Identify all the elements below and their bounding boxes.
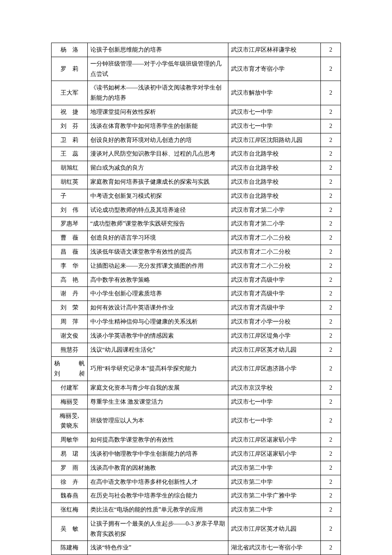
title-cell: 地理课堂提问有效性探析 <box>87 105 228 119</box>
author-cell: 杨 帆刘 昶 <box>52 357 88 381</box>
title-cell: 如何有效设计高中英语课外作业 <box>87 301 228 315</box>
score-cell: 2 <box>321 433 341 447</box>
school-cell: 武汉市江岸区谌家矶小学 <box>228 447 321 461</box>
table-row: 熊慧芬浅议“幼儿园课程生活化”武汉市江岸区英才幼儿园2 <box>52 343 341 357</box>
school-cell: 武汉市江岸区英才幼儿园 <box>228 517 321 541</box>
school-cell: 武汉市京汉学校 <box>228 381 321 395</box>
school-cell: 武汉市江岸区谌家矶小学 <box>228 433 321 447</box>
author-cell: 杨 洛 <box>52 43 88 57</box>
table-row: 昌 薇浅谈低年级语文课堂教学有效性的提高武汉市育才二小二分校2 <box>52 245 341 259</box>
school-cell: 武汉市第二中学 <box>228 461 321 475</box>
school-cell: 武汉市第二中学 <box>228 475 321 489</box>
author-cell: 罗 雨 <box>52 461 88 475</box>
score-cell: 2 <box>321 409 341 433</box>
title-cell: 让插图动起来——充分发挥课文插图的作用 <box>87 259 228 273</box>
author-cell: 谢 丹 <box>52 287 88 301</box>
title-cell: 创设良好的教育环境对幼儿创造力的培 <box>87 133 228 147</box>
school-cell: 武汉市解放中学 <box>228 81 321 105</box>
score-cell: 2 <box>321 447 341 461</box>
table-row: 罗 莉一分钟班级管理——对于小学低年级班级管理的几点尝试武汉市育才寄宿小学2 <box>52 57 341 81</box>
table-row: 陈建梅浅谈“特色作业”湖北省武汉市七一寄宿小学2 <box>52 541 341 555</box>
author-cell: 梅丽旻 <box>52 395 88 409</box>
title-cell: 尊重学生主体 激发课堂活力 <box>87 395 228 409</box>
score-cell: 2 <box>321 273 341 287</box>
title-cell: 《读书如树木——浅谈初中语文阅读教学对学生创新能力的培养 <box>87 81 228 105</box>
author-cell: 高 艳 <box>52 273 88 287</box>
score-cell: 2 <box>321 381 341 395</box>
score-cell: 2 <box>321 287 341 301</box>
score-cell: 2 <box>321 461 341 475</box>
score-cell: 2 <box>321 133 341 147</box>
author-cell: 谢文俊 <box>52 329 88 343</box>
score-cell: 2 <box>321 315 341 329</box>
table-row: 卫 莉创设良好的教育环境对幼儿创造力的培武汉市江岸区沈阳路幼儿园2 <box>52 133 341 147</box>
score-cell: 2 <box>321 329 341 343</box>
score-cell: 2 <box>321 395 341 409</box>
title-cell: 家庭教育如何培养孩子健康成长的探索与实践 <box>87 175 228 189</box>
table-row: 李 华让插图动起来——充分发挥课文插图的作用武汉市育才二小二分校2 <box>52 259 341 273</box>
title-cell: 创造良好的语言学习环境 <box>87 231 228 245</box>
author-cell: 梅丽旻,黄晓东 <box>52 409 88 433</box>
score-cell: 2 <box>321 343 341 357</box>
author-cell: 周 萍 <box>52 315 88 329</box>
school-cell: 武汉市育才第二小学 <box>228 217 321 231</box>
author-cell: 胡旭红 <box>52 161 88 175</box>
title-cell: 高中数学有效教学策略 <box>87 273 228 287</box>
school-cell: 武汉市育才小学一分校 <box>228 315 321 329</box>
school-cell: 武汉市育才二小二分校 <box>228 231 321 245</box>
school-cell: 武汉市江岸区惠济路小学 <box>228 357 321 381</box>
table-row: 胡红英家庭教育如何培养孩子健康成长的探索与实践武汉市台北路学校2 <box>52 175 341 189</box>
title-cell: 在历史与社会教学中培养学生的综合能力 <box>87 489 228 503</box>
score-cell: 2 <box>321 119 341 133</box>
table-row: 罗 雨浅谈高中教育的因材施教武汉市第二中学2 <box>52 461 341 475</box>
school-cell: 武汉市台北路学校 <box>228 147 321 161</box>
author-cell: 吴 敏 <box>52 517 88 541</box>
school-cell: 武汉市育才二小二分校 <box>228 245 321 259</box>
author-cell: 刘 芬 <box>52 119 88 133</box>
table-row: 祝 捷地理课堂提问有效性探析武汉市七一中学2 <box>52 105 341 119</box>
author-cell: 易 珺 <box>52 447 88 461</box>
author-cell: 刘 伟 <box>52 203 88 217</box>
table-row: 付建军家庭文化资本与青少年自我的发展武汉市京汉学校2 <box>52 381 341 395</box>
title-cell: 家庭文化资本与青少年自我的发展 <box>87 381 228 395</box>
table-row: 罗惠琴“成功型教师”课堂教学实践研究报告武汉市育才第二小学2 <box>52 217 341 231</box>
table-row: 刘 芬浅谈在体育教学中如何培养学生的创新能武汉市七一中学2 <box>52 119 341 133</box>
score-cell: 2 <box>321 57 341 81</box>
school-cell: 武汉市台北路学校 <box>228 161 321 175</box>
author-cell: 徐 卉 <box>52 475 88 489</box>
table-row: 杨 帆刘 昶巧用“科学研究记录本”提高科学探究能力武汉市江岸区惠济路小学2 <box>52 357 341 381</box>
score-cell: 2 <box>321 301 341 315</box>
author-cell: 张红梅 <box>52 503 88 517</box>
title-cell: 浅谈小学英语教学中的情感因素 <box>87 329 228 343</box>
school-cell: 武汉市第二中学广雅中学 <box>228 489 321 503</box>
school-cell: 湖北省武汉市七一寄宿小学 <box>228 541 321 555</box>
author-cell: 陈建梅 <box>52 541 88 555</box>
school-cell: 武汉市第二中学 <box>228 503 321 517</box>
score-cell: 2 <box>321 541 341 555</box>
score-cell: 2 <box>321 357 341 381</box>
title-cell: 浅谈初中物理教学中学生创新能力的培养 <box>87 447 228 461</box>
title-cell: 让孩子拥有一个最美的人生起步——0-3 岁亲子早期教育实践初探 <box>87 517 228 541</box>
title-cell: 浅谈“特色作业” <box>87 541 228 555</box>
author-cell: 王 蕊 <box>52 147 88 161</box>
title-cell: 留白或为减负的良方 <box>87 161 228 175</box>
author-cell: 昌 薇 <box>52 245 88 259</box>
school-cell: 武汉市育才高级中学 <box>228 287 321 301</box>
table-row: 王 蕊漫谈对人民防空知识教学目标、过程的几点思考武汉市台北路学校2 <box>52 147 341 161</box>
school-cell: 武汉市育才高级中学 <box>228 301 321 315</box>
table-row: 杨 洛论孩子创新思维能力的培养武汉市江岸区林祥谦学校2 <box>52 43 341 57</box>
table-row: 易 珺浅谈初中物理教学中学生创新能力的培养武汉市江岸区谌家矶小学2 <box>52 447 341 461</box>
author-cell: 刘 荣 <box>52 301 88 315</box>
table-row: 张红梅类比法在“电场的能的性质”单元教学的应用武汉市第二中学2 <box>52 503 341 517</box>
author-cell: 王大军 <box>52 81 88 105</box>
score-cell: 2 <box>321 245 341 259</box>
school-cell: 武汉市七一中学 <box>228 105 321 119</box>
table-row: 子中考语文创新复习模式初探武汉市台北路学校2 <box>52 189 341 203</box>
title-cell: 浅议“幼儿园课程生活化” <box>87 343 228 357</box>
table-row: 吴 敏让孩子拥有一个最美的人生起步——0-3 岁亲子早期教育实践初探武汉市江岸区… <box>52 517 341 541</box>
title-cell: 中小学生创新心理素质培养 <box>87 287 228 301</box>
school-cell: 武汉市七一中学 <box>228 395 321 409</box>
table-row: 魏春燕在历史与社会教学中培养学生的综合能力武汉市第二中学广雅中学2 <box>52 489 341 503</box>
school-cell: 武汉市育才寄宿小学 <box>228 57 321 81</box>
score-cell: 2 <box>321 231 341 245</box>
